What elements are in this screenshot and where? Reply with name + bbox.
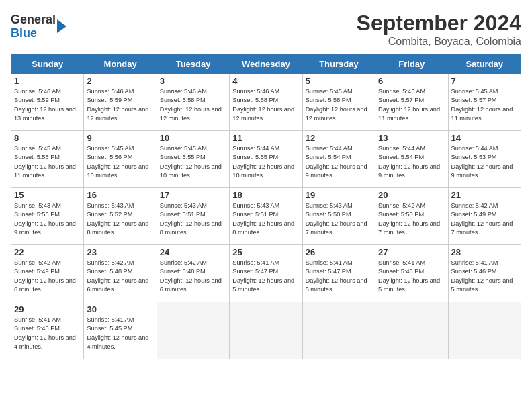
calendar-cell: 19Sunrise: 5:43 AMSunset: 5:50 PMDayligh… <box>302 188 375 245</box>
logo-arrow-icon <box>57 19 66 33</box>
calendar-cell: 17Sunrise: 5:43 AMSunset: 5:51 PMDayligh… <box>157 188 229 245</box>
day-number: 21 <box>451 190 518 200</box>
day-number: 7 <box>451 76 518 86</box>
day-number: 30 <box>87 304 153 314</box>
day-number: 6 <box>378 76 445 86</box>
calendar-cell <box>448 302 521 359</box>
day-info: Sunrise: 5:41 AMSunset: 5:45 PMDaylight:… <box>14 316 76 350</box>
day-info: Sunrise: 5:41 AMSunset: 5:46 PMDaylight:… <box>378 259 440 293</box>
calendar-cell: 23Sunrise: 5:42 AMSunset: 5:48 PMDayligh… <box>84 245 157 302</box>
day-info: Sunrise: 5:45 AMSunset: 5:57 PMDaylight:… <box>451 88 513 122</box>
day-info: Sunrise: 5:43 AMSunset: 5:50 PMDaylight:… <box>306 202 367 236</box>
day-info: Sunrise: 5:43 AMSunset: 5:51 PMDaylight:… <box>160 202 222 236</box>
logo-text: GeneralBlue <box>11 13 56 40</box>
calendar-cell: 12Sunrise: 5:44 AMSunset: 5:54 PMDayligh… <box>302 131 375 188</box>
calendar-cell: 9Sunrise: 5:45 AMSunset: 5:56 PMDaylight… <box>84 131 157 188</box>
day-number: 10 <box>160 133 226 143</box>
day-number: 5 <box>306 76 372 86</box>
day-number: 1 <box>14 76 81 86</box>
day-info: Sunrise: 5:46 AMSunset: 5:59 PMDaylight:… <box>87 88 148 122</box>
calendar-cell: 30Sunrise: 5:41 AMSunset: 5:45 PMDayligh… <box>84 302 157 359</box>
calendar-cell: 13Sunrise: 5:44 AMSunset: 5:54 PMDayligh… <box>375 131 448 188</box>
calendar-cell: 24Sunrise: 5:42 AMSunset: 5:48 PMDayligh… <box>157 245 229 302</box>
calendar-cell: 27Sunrise: 5:41 AMSunset: 5:46 PMDayligh… <box>375 245 448 302</box>
day-number: 3 <box>160 76 226 86</box>
calendar-cell: 8Sunrise: 5:45 AMSunset: 5:56 PMDaylight… <box>11 131 84 188</box>
page-subtitle: Combita, Boyaca, Colombia <box>357 36 521 48</box>
calendar-cell: 20Sunrise: 5:42 AMSunset: 5:50 PMDayligh… <box>375 188 448 245</box>
calendar-cell <box>157 302 229 359</box>
day-number: 26 <box>306 247 372 257</box>
calendar-cell: 16Sunrise: 5:43 AMSunset: 5:52 PMDayligh… <box>84 188 157 245</box>
calendar-week-row: 1Sunrise: 5:46 AMSunset: 5:59 PMDaylight… <box>11 74 521 131</box>
calendar-cell: 29Sunrise: 5:41 AMSunset: 5:45 PMDayligh… <box>11 302 84 359</box>
weekday-header-row: Sunday Monday Tuesday Wednesday Thursday… <box>11 55 521 74</box>
day-info: Sunrise: 5:44 AMSunset: 5:54 PMDaylight:… <box>306 145 367 179</box>
day-info: Sunrise: 5:44 AMSunset: 5:54 PMDaylight:… <box>378 145 440 179</box>
calendar-cell: 4Sunrise: 5:46 AMSunset: 5:58 PMDaylight… <box>230 74 302 131</box>
calendar-cell: 28Sunrise: 5:41 AMSunset: 5:46 PMDayligh… <box>448 245 521 302</box>
col-saturday: Saturday <box>448 55 521 74</box>
calendar-week-row: 15Sunrise: 5:43 AMSunset: 5:53 PMDayligh… <box>11 188 521 245</box>
day-info: Sunrise: 5:46 AMSunset: 5:58 PMDaylight:… <box>232 88 294 122</box>
day-number: 24 <box>160 247 226 257</box>
day-number: 28 <box>451 247 518 257</box>
day-number: 23 <box>87 247 153 257</box>
calendar-cell: 5Sunrise: 5:45 AMSunset: 5:58 PMDaylight… <box>302 74 375 131</box>
calendar-cell: 2Sunrise: 5:46 AMSunset: 5:59 PMDaylight… <box>84 74 157 131</box>
page-title: September 2024 <box>357 11 521 36</box>
calendar-table: Sunday Monday Tuesday Wednesday Thursday… <box>11 54 521 359</box>
day-info: Sunrise: 5:45 AMSunset: 5:58 PMDaylight:… <box>306 88 367 122</box>
title-block: September 2024 Combita, Boyaca, Colombia <box>357 11 521 48</box>
calendar-cell <box>375 302 448 359</box>
day-number: 8 <box>14 133 81 143</box>
calendar-cell: 21Sunrise: 5:42 AMSunset: 5:49 PMDayligh… <box>448 188 521 245</box>
day-number: 25 <box>232 247 299 257</box>
calendar-cell: 18Sunrise: 5:43 AMSunset: 5:51 PMDayligh… <box>230 188 302 245</box>
col-thursday: Thursday <box>302 55 375 74</box>
day-info: Sunrise: 5:44 AMSunset: 5:53 PMDaylight:… <box>451 145 513 179</box>
day-number: 22 <box>14 247 81 257</box>
day-number: 2 <box>87 76 153 86</box>
day-info: Sunrise: 5:45 AMSunset: 5:56 PMDaylight:… <box>87 145 148 179</box>
day-info: Sunrise: 5:42 AMSunset: 5:49 PMDaylight:… <box>14 259 76 293</box>
day-info: Sunrise: 5:42 AMSunset: 5:48 PMDaylight:… <box>160 259 222 293</box>
day-info: Sunrise: 5:42 AMSunset: 5:49 PMDaylight:… <box>451 202 513 236</box>
col-wednesday: Wednesday <box>230 55 302 74</box>
day-number: 19 <box>306 190 372 200</box>
day-info: Sunrise: 5:43 AMSunset: 5:51 PMDaylight:… <box>232 202 294 236</box>
day-info: Sunrise: 5:45 AMSunset: 5:56 PMDaylight:… <box>14 145 76 179</box>
calendar-cell <box>230 302 302 359</box>
day-info: Sunrise: 5:41 AMSunset: 5:47 PMDaylight:… <box>232 259 294 293</box>
day-info: Sunrise: 5:41 AMSunset: 5:47 PMDaylight:… <box>306 259 367 293</box>
day-number: 20 <box>378 190 445 200</box>
day-number: 14 <box>451 133 518 143</box>
header: GeneralBlue September 2024 Combita, Boya… <box>11 11 521 48</box>
col-monday: Monday <box>84 55 157 74</box>
day-number: 29 <box>14 304 81 314</box>
calendar-cell: 22Sunrise: 5:42 AMSunset: 5:49 PMDayligh… <box>11 245 84 302</box>
day-info: Sunrise: 5:42 AMSunset: 5:48 PMDaylight:… <box>87 259 148 293</box>
col-tuesday: Tuesday <box>157 55 229 74</box>
day-number: 16 <box>87 190 153 200</box>
calendar-cell: 26Sunrise: 5:41 AMSunset: 5:47 PMDayligh… <box>302 245 375 302</box>
calendar-week-row: 29Sunrise: 5:41 AMSunset: 5:45 PMDayligh… <box>11 302 521 359</box>
day-info: Sunrise: 5:46 AMSunset: 5:59 PMDaylight:… <box>14 88 76 122</box>
logo-general: General <box>11 13 56 27</box>
calendar-cell: 7Sunrise: 5:45 AMSunset: 5:57 PMDaylight… <box>448 74 521 131</box>
day-number: 13 <box>378 133 445 143</box>
day-info: Sunrise: 5:45 AMSunset: 5:55 PMDaylight:… <box>160 145 222 179</box>
calendar-cell: 11Sunrise: 5:44 AMSunset: 5:55 PMDayligh… <box>230 131 302 188</box>
day-info: Sunrise: 5:45 AMSunset: 5:57 PMDaylight:… <box>378 88 440 122</box>
calendar-week-row: 8Sunrise: 5:45 AMSunset: 5:56 PMDaylight… <box>11 131 521 188</box>
calendar-cell: 15Sunrise: 5:43 AMSunset: 5:53 PMDayligh… <box>11 188 84 245</box>
calendar-cell: 10Sunrise: 5:45 AMSunset: 5:55 PMDayligh… <box>157 131 229 188</box>
calendar-cell: 25Sunrise: 5:41 AMSunset: 5:47 PMDayligh… <box>230 245 302 302</box>
calendar-cell: 1Sunrise: 5:46 AMSunset: 5:59 PMDaylight… <box>11 74 84 131</box>
calendar-week-row: 22Sunrise: 5:42 AMSunset: 5:49 PMDayligh… <box>11 245 521 302</box>
day-number: 27 <box>378 247 445 257</box>
day-number: 15 <box>14 190 81 200</box>
day-info: Sunrise: 5:46 AMSunset: 5:58 PMDaylight:… <box>160 88 222 122</box>
logo: GeneralBlue <box>11 13 66 40</box>
day-number: 18 <box>232 190 299 200</box>
